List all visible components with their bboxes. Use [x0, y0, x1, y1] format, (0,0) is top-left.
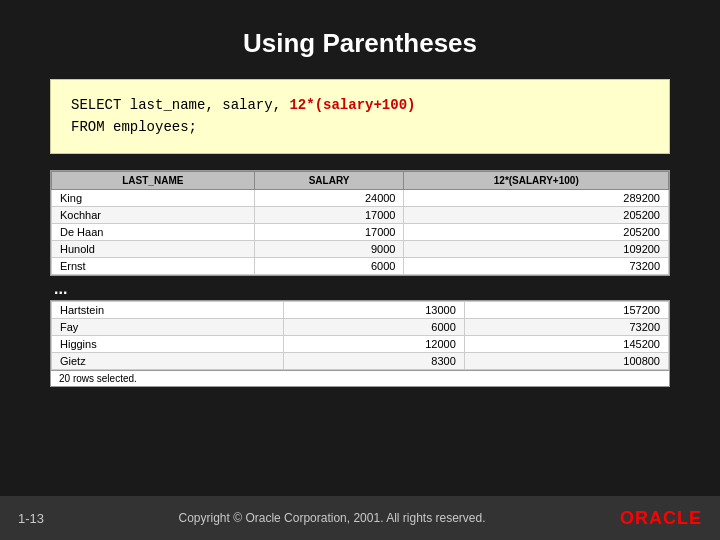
cell-name: Fay	[52, 318, 284, 335]
table-row: Ernst 6000 73200	[52, 257, 669, 274]
table-row: King 24000 289200	[52, 189, 669, 206]
sql-line1: SELECT last_name, salary, 12*(salary+100…	[71, 94, 649, 116]
results-area: LAST_NAME SALARY 12*(SALARY+100) King 24…	[50, 170, 670, 387]
cell-salary: 9000	[254, 240, 404, 257]
cell-salary: 17000	[254, 223, 404, 240]
sql-highlight: 12*(salary+100)	[289, 97, 415, 113]
page-title: Using Parentheses	[243, 28, 477, 59]
cell-calc: 145200	[464, 335, 668, 352]
cell-calc: 100800	[464, 352, 668, 369]
cell-name: Kochhar	[52, 206, 255, 223]
table-row: Hunold 9000 109200	[52, 240, 669, 257]
cell-name: Hunold	[52, 240, 255, 257]
cell-salary: 12000	[283, 335, 464, 352]
cell-name: Higgins	[52, 335, 284, 352]
table-row: Higgins 12000 145200	[52, 335, 669, 352]
cell-calc: 205200	[404, 223, 669, 240]
oracle-logo-text: ORACLE	[620, 508, 702, 529]
data-table-bottom: Hartstein 13000 157200 Fay 6000 73200 Hi…	[51, 301, 669, 370]
bottom-bar: 1-13 Copyright © Oracle Corporation, 200…	[0, 496, 720, 540]
top-table: LAST_NAME SALARY 12*(SALARY+100) King 24…	[50, 170, 670, 276]
cell-calc: 73200	[464, 318, 668, 335]
cell-name: De Haan	[52, 223, 255, 240]
cell-calc: 109200	[404, 240, 669, 257]
table-row: Gietz 8300 100800	[52, 352, 669, 369]
col-header-salary: SALARY	[254, 171, 404, 189]
ellipsis-indicator: ...	[50, 276, 670, 300]
cell-calc: 157200	[464, 301, 668, 318]
cell-salary: 24000	[254, 189, 404, 206]
table-row: Fay 6000 73200	[52, 318, 669, 335]
table-header-row: LAST_NAME SALARY 12*(SALARY+100)	[52, 171, 669, 189]
cell-name: King	[52, 189, 255, 206]
cell-salary: 8300	[283, 352, 464, 369]
cell-salary: 6000	[283, 318, 464, 335]
table-footer: 20 rows selected.	[50, 371, 670, 387]
bottom-table-container: Hartstein 13000 157200 Fay 6000 73200 Hi…	[50, 300, 670, 371]
cell-name: Gietz	[52, 352, 284, 369]
table-row: De Haan 17000 205200	[52, 223, 669, 240]
cell-name: Ernst	[52, 257, 255, 274]
cell-name: Hartstein	[52, 301, 284, 318]
col-header-name: LAST_NAME	[52, 171, 255, 189]
cell-calc: 205200	[404, 206, 669, 223]
cell-calc: 289200	[404, 189, 669, 206]
oracle-logo: ORACLE	[620, 508, 702, 529]
sql-code-box: SELECT last_name, salary, 12*(salary+100…	[50, 79, 670, 154]
copyright-text: Copyright © Oracle Corporation, 2001. Al…	[44, 511, 620, 525]
data-table-top: LAST_NAME SALARY 12*(SALARY+100) King 24…	[51, 171, 669, 275]
slide: Using Parentheses SELECT last_name, sala…	[0, 0, 720, 540]
cell-salary: 6000	[254, 257, 404, 274]
cell-calc: 73200	[404, 257, 669, 274]
cell-salary: 13000	[283, 301, 464, 318]
col-header-calc: 12*(SALARY+100)	[404, 171, 669, 189]
cell-salary: 17000	[254, 206, 404, 223]
sql-line2: FROM employees;	[71, 116, 649, 138]
table-row: Hartstein 13000 157200	[52, 301, 669, 318]
table-row: Kochhar 17000 205200	[52, 206, 669, 223]
slide-number: 1-13	[18, 511, 44, 526]
sql-prefix: SELECT last_name, salary,	[71, 97, 289, 113]
